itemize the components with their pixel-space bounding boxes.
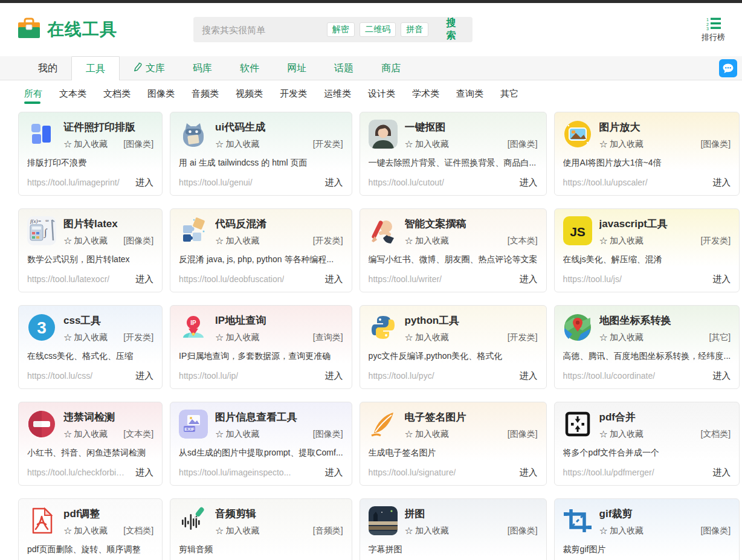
tool-card[interactable]: 一键抠图 ☆ 加入收藏 [图像类] 一键去除照片背景、证件照换背景、商品白...… <box>360 112 547 196</box>
enter-link[interactable]: 进入 <box>135 274 153 285</box>
add-favorite-button[interactable]: ☆ 加入收藏 <box>405 428 449 440</box>
enter-link[interactable]: 进入 <box>325 370 343 382</box>
add-favorite-button[interactable]: ☆ 加入收藏 <box>405 525 449 536</box>
enter-link[interactable]: 进入 <box>520 370 538 382</box>
category-audio[interactable]: 音频类 <box>192 88 219 104</box>
map-coordinate-icon <box>563 313 592 342</box>
tool-title: 违禁词检测 <box>63 410 153 424</box>
gif-crop-icon <box>563 506 592 535</box>
enter-link[interactable]: 进入 <box>712 370 731 382</box>
tool-card[interactable]: 地图坐标系转换 ☆ 加入收藏 [其它] 高德、腾讯、百度地图坐标系转换，经纬度.… <box>554 305 740 389</box>
tool-card[interactable]: ui代码生成 ☆ 加入收藏 [开发类] 用 ai 生成 tailwindcss … <box>170 112 352 196</box>
add-favorite-button[interactable]: ☆ 加入收藏 <box>599 235 644 246</box>
add-favorite-button[interactable]: ☆ 加入收藏 <box>215 332 259 343</box>
category-query[interactable]: 查询类 <box>456 88 483 104</box>
tool-title: 代码反混淆 <box>215 217 343 231</box>
category-ops[interactable]: 运维类 <box>324 88 351 104</box>
tab-topics[interactable]: 话题 <box>320 56 367 80</box>
tool-card[interactable]: gif裁剪 ☆ 加入收藏 [图像类] 裁剪gif图片 <box>554 498 740 560</box>
category-badge: [开发类] <box>123 332 153 343</box>
star-icon: ☆ <box>405 138 413 150</box>
tool-title: 音频剪辑 <box>215 507 343 521</box>
add-favorite-button[interactable]: ☆ 加入收藏 <box>215 138 259 150</box>
tool-card[interactable]: pdf调整 ☆ 加入收藏 [文档类] pdf页面删除、旋转、顺序调整 <box>18 498 163 560</box>
site-logo[interactable]: 在线工具 <box>17 17 117 42</box>
tool-card[interactable]: 图片放大 ☆ 加入收藏 [图像类] 使用AI将图片放大1倍~4倍 https:/… <box>554 112 740 196</box>
tool-card[interactable]: 3 css工具 ☆ 加入收藏 [开发类] 在线css美化、格式化、压缩 http… <box>18 305 163 389</box>
add-favorite-button[interactable]: ☆ 加入收藏 <box>599 525 644 536</box>
ip-pin-icon: IP <box>179 313 208 342</box>
category-document[interactable]: 文档类 <box>103 88 131 104</box>
tool-title: IP地址查询 <box>215 314 343 327</box>
add-favorite-button[interactable]: ☆ 加入收藏 <box>63 525 108 536</box>
add-favorite-button[interactable]: ☆ 加入收藏 <box>215 428 259 440</box>
enter-link[interactable]: 进入 <box>135 177 153 188</box>
enter-link[interactable]: 进入 <box>520 274 538 285</box>
add-favorite-button[interactable]: ☆ 加入收藏 <box>405 332 449 343</box>
tool-description: 数学公式识别，图片转latex <box>27 254 153 265</box>
tool-card[interactable]: 音频剪辑 ☆ 加入收藏 [音频类] 剪辑音频 <box>170 498 352 560</box>
add-favorite-button[interactable]: ☆ 加入收藏 <box>63 235 108 246</box>
tool-title: pdf合并 <box>599 410 731 424</box>
add-favorite-button[interactable]: ☆ 加入收藏 <box>63 428 108 440</box>
tab-docs[interactable]: 文库 <box>120 56 179 80</box>
search-button[interactable]: 搜索 <box>442 17 460 42</box>
category-other[interactable]: 其它 <box>500 88 518 104</box>
tool-card[interactable]: 证件照打印排版 ☆ 加入收藏 [图像类] 排版打印不浪费 https://too… <box>18 112 163 196</box>
tab-software[interactable]: 软件 <box>226 56 273 80</box>
chat-icon[interactable] <box>719 59 737 77</box>
tool-card[interactable]: EXIF 图片信息查看工具 ☆ 加入收藏 [图像类] 从sd生成的图片中提取pr… <box>170 402 352 486</box>
enter-link[interactable]: 进入 <box>135 370 153 382</box>
tool-card[interactable]: 违禁词检测 ☆ 加入收藏 [文本类] 小红书、抖音、闲鱼违禁词检测 https:… <box>18 402 163 486</box>
category-video[interactable]: 视频类 <box>236 88 263 104</box>
tab-tools[interactable]: 工具 <box>71 56 120 80</box>
tool-description: 裁剪gif图片 <box>563 544 731 555</box>
add-favorite-button[interactable]: ☆ 加入收藏 <box>405 138 449 150</box>
enter-link[interactable]: 进入 <box>325 467 343 478</box>
category-design[interactable]: 设计类 <box>368 88 395 104</box>
tab-code[interactable]: 码库 <box>179 56 226 80</box>
tool-card[interactable]: f(x)=∞∫ 图片转latex ☆ 加入收藏 [图像类] 数学公式识别，图片转… <box>18 208 163 292</box>
add-favorite-button[interactable]: ☆ 加入收藏 <box>599 138 644 150</box>
add-favorite-button[interactable]: ☆ 加入收藏 <box>215 235 259 246</box>
tool-card[interactable]: pdf合并 ☆ 加入收藏 [文档类] 将多个pdf文件合并成一个 https:/… <box>554 402 740 486</box>
ranking-entry[interactable]: 1 2 3 排行榜 <box>702 17 725 43</box>
category-academic[interactable]: 学术类 <box>412 88 439 104</box>
enter-link[interactable]: 进入 <box>520 177 538 188</box>
category-all[interactable]: 所有 <box>24 88 42 104</box>
enter-link[interactable]: 进入 <box>712 274 731 285</box>
tool-url: https://tool.lu/ip/ <box>179 371 238 381</box>
tool-card[interactable]: JS javascript工具 ☆ 加入收藏 [开发类] 在线js美化、解压缩、… <box>554 208 740 292</box>
add-favorite-button[interactable]: ☆ 加入收藏 <box>215 525 259 536</box>
enter-link[interactable]: 进入 <box>520 467 538 478</box>
tool-url: https://tool.lu/pyc/ <box>369 371 434 381</box>
add-favorite-button[interactable]: ☆ 加入收藏 <box>599 332 644 343</box>
svg-text:EXIF: EXIF <box>184 426 195 432</box>
tab-store[interactable]: 商店 <box>367 56 415 80</box>
category-dev[interactable]: 开发类 <box>280 88 307 104</box>
enter-link[interactable]: 进入 <box>325 177 343 188</box>
add-favorite-button[interactable]: ☆ 加入收藏 <box>405 235 449 246</box>
tab-urls[interactable]: 网址 <box>273 56 320 80</box>
tool-card[interactable]: python工具 ☆ 加入收藏 [开发类] pyc文件反编译,python美化、… <box>360 305 547 389</box>
tool-card[interactable]: 拼图 ☆ 加入收藏 [图像类] 字幕拼图 <box>360 498 547 560</box>
add-favorite-button[interactable]: ☆ 加入收藏 <box>63 138 108 150</box>
enter-link[interactable]: 进入 <box>712 177 731 188</box>
enter-link[interactable]: 进入 <box>712 467 731 478</box>
hot-tag-pinyin[interactable]: 拼音 <box>401 22 428 37</box>
add-favorite-button[interactable]: ☆ 加入收藏 <box>63 332 108 343</box>
enter-link[interactable]: 进入 <box>135 467 153 478</box>
enter-link[interactable]: 进入 <box>325 274 343 285</box>
tool-card[interactable]: 智能文案撰稿 ☆ 加入收藏 [文本类] 编写小红书、微博、朋友圈、热点评论等文案… <box>360 208 547 292</box>
category-image[interactable]: 图像类 <box>147 88 175 104</box>
category-text[interactable]: 文本类 <box>59 88 86 104</box>
tool-card[interactable]: 电子签名图片 ☆ 加入收藏 [图像类] 生成电子签名图片 https://too… <box>360 402 547 486</box>
search-input[interactable] <box>202 25 322 35</box>
tool-card[interactable]: 代码反混淆 ☆ 加入收藏 [开发类] 反混淆 java, js, php, py… <box>170 208 352 292</box>
tool-card[interactable]: IP IP地址查询 ☆ 加入收藏 [查询类] IP归属地查询，多套数据源，查询更… <box>170 305 352 389</box>
tab-mine[interactable]: 我的 <box>24 56 71 80</box>
tool-description: 在线js美化、解压缩、混淆 <box>563 254 731 265</box>
hot-tag-decrypt[interactable]: 解密 <box>327 22 355 37</box>
hot-tag-qrcode[interactable]: 二维码 <box>360 22 396 37</box>
add-favorite-button[interactable]: ☆ 加入收藏 <box>599 428 644 440</box>
